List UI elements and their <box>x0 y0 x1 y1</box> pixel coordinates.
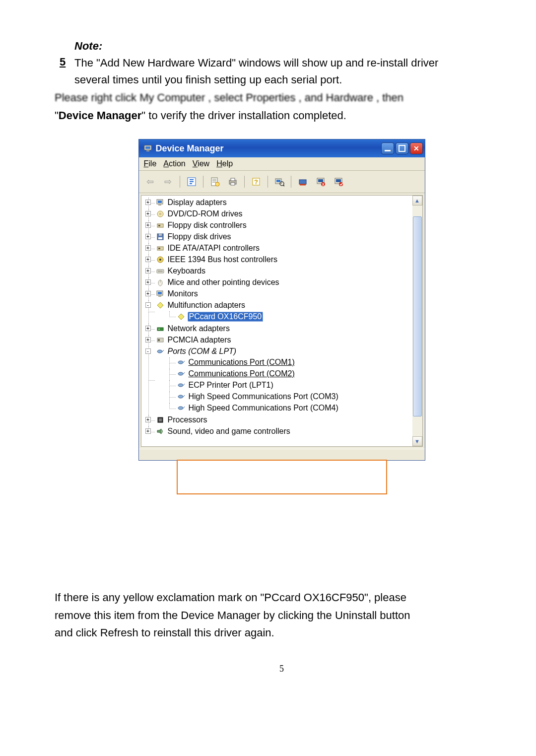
display-icon <box>156 199 165 207</box>
toolbar-extra-3[interactable] <box>331 174 346 189</box>
svg-point-53 <box>178 395 183 398</box>
tree-item-multifunction[interactable]: - Multifunction adapters PCcard OX16CF95… <box>146 300 412 324</box>
tree-item-keyboards[interactable]: + Keyboards <box>146 266 412 277</box>
svg-rect-12 <box>276 180 280 182</box>
tree-item-pcmcia[interactable]: + PCMCIA adapters <box>146 335 412 346</box>
menu-action[interactable]: Action <box>163 159 185 168</box>
expand-toggle[interactable]: - <box>145 302 151 308</box>
vertical-scrollbar[interactable]: ▲ ▼ <box>412 196 422 446</box>
menu-help[interactable]: Help <box>216 159 233 168</box>
scroll-thumb[interactable] <box>413 216 422 416</box>
tree-item-com3[interactable]: High Speed Communications Port (COM3) <box>167 392 412 403</box>
tree-label: Mice and other pointing devices <box>167 278 280 287</box>
expand-toggle[interactable]: + <box>145 222 151 228</box>
port-icon <box>177 393 186 401</box>
tree-item-com4[interactable]: High Speed Communications Port (COM4) <box>167 403 412 414</box>
tree-item-mice[interactable]: + Mice and other pointing devices <box>146 277 412 289</box>
svg-line-14 <box>283 185 284 186</box>
ieee1394-icon <box>156 256 165 264</box>
tree-label: Display adapters <box>167 198 228 207</box>
expand-toggle[interactable]: + <box>145 211 151 216</box>
svg-rect-41 <box>158 292 162 294</box>
scan-button[interactable] <box>272 174 287 189</box>
svg-point-52 <box>178 384 183 387</box>
tree-root: + Display adapters + DVD/CD-ROM drives +… <box>141 198 412 438</box>
scroll-up-button[interactable]: ▲ <box>412 196 422 206</box>
close-button[interactable]: ✕ <box>410 142 423 154</box>
tree-item-ports[interactable]: - Ports (COM & LPT) Communications Port … <box>146 346 412 415</box>
tree-item-floppy-ctrl[interactable]: + Floppy disk controllers <box>146 220 412 232</box>
tree-item-com1[interactable]: Communications Port (COM1) <box>167 357 412 369</box>
tree-label: Ports (COM & LPT) <box>167 347 238 356</box>
device-manager-wrap: Device Manager ✕ File Action View Help ⇦… <box>55 139 509 461</box>
note-body-line-2: several times until you finish setting u… <box>74 71 499 88</box>
arrow-left-icon: ⇦ <box>146 176 154 187</box>
port-icon <box>177 381 186 390</box>
blurred-instruction-line: Please right click My Computer , select … <box>55 89 509 106</box>
port-icon <box>177 370 186 378</box>
tree-item-display-adapters[interactable]: + Display adapters <box>146 198 412 209</box>
ide-icon <box>156 244 165 253</box>
scroll-track[interactable] <box>413 206 422 436</box>
tree-item-ieee1394[interactable]: + IEEE 1394 Bus host controllers <box>146 255 412 266</box>
tree-label: High Speed Communications Port (COM3) <box>188 392 339 401</box>
menu-file[interactable]: File <box>144 159 157 168</box>
expand-toggle[interactable]: + <box>145 200 151 205</box>
titlebar[interactable]: Device Manager ✕ <box>139 139 425 157</box>
print-button[interactable] <box>225 174 240 189</box>
toolbar-extra-2[interactable]: X <box>313 174 328 189</box>
expand-toggle[interactable]: + <box>145 291 151 296</box>
page: Note: 5 The "Add New Hardware Wizard" wi… <box>0 0 536 756</box>
expand-toggle[interactable]: + <box>145 245 151 251</box>
expand-toggle[interactable]: + <box>145 268 151 274</box>
tree-item-floppy-drives[interactable]: + Floppy disk drives <box>146 232 412 243</box>
after-paragraph: If there is any yellow exclamation mark … <box>55 589 509 641</box>
minimize-button[interactable] <box>381 142 394 154</box>
printer-icon <box>228 177 238 187</box>
tree-item-ide[interactable]: + IDE ATA/ATAPI controllers <box>146 243 412 255</box>
tree-label: DVD/CD-ROM drives <box>167 209 244 218</box>
expand-toggle[interactable]: + <box>145 326 151 331</box>
svg-rect-25 <box>158 205 161 206</box>
verify-bold: Device Manager <box>59 109 142 122</box>
expand-toggle[interactable]: - <box>145 348 151 354</box>
tree-item-sound[interactable]: + Sound, video and game controllers <box>146 426 412 438</box>
tree-item-network[interactable]: + Network adapters <box>146 324 412 335</box>
expand-toggle[interactable]: + <box>145 257 151 262</box>
disc-icon <box>156 210 165 218</box>
tree-item-lpt1[interactable]: ECP Printer Port (LPT1) <box>167 380 412 392</box>
maximize-button[interactable] <box>396 142 408 154</box>
back-button[interactable]: ⇦ <box>143 174 158 189</box>
menu-view[interactable]: View <box>193 159 209 168</box>
tree-item-monitors[interactable]: + Monitors <box>146 289 412 300</box>
tree-label: PCMCIA adapters <box>167 336 232 344</box>
expand-toggle[interactable]: + <box>145 279 151 285</box>
floppy-ctrl-icon <box>156 221 165 230</box>
up-button[interactable] <box>184 174 199 189</box>
sound-icon <box>156 427 165 436</box>
device-tree[interactable]: + Display adapters + DVD/CD-ROM drives +… <box>141 196 412 446</box>
scroll-down-button[interactable]: ▼ <box>412 436 422 446</box>
expand-toggle[interactable]: + <box>145 234 151 239</box>
svg-point-49 <box>157 350 162 353</box>
svg-rect-24 <box>158 201 162 203</box>
expand-toggle[interactable]: + <box>145 428 151 434</box>
expand-toggle[interactable]: + <box>145 337 151 343</box>
toolbar-extra-1[interactable] <box>295 174 310 189</box>
port-icon <box>177 404 186 412</box>
tree-item-processors[interactable]: + Processors <box>146 415 412 426</box>
properties-button[interactable] <box>207 174 222 189</box>
arrow-right-icon: ⇨ <box>164 176 172 187</box>
tree-item-com2[interactable]: Communications Port (COM2) <box>167 369 412 380</box>
svg-text:X: X <box>322 183 324 186</box>
expand-toggle[interactable]: + <box>145 417 151 422</box>
svg-point-27 <box>160 213 161 215</box>
tree-item-pccard[interactable]: PCcard OX16CF950 <box>167 311 412 323</box>
port-icon <box>177 358 186 367</box>
forward-button[interactable]: ⇨ <box>161 174 176 189</box>
tree-label: Monitors <box>167 289 199 298</box>
tree-item-dvd[interactable]: + DVD/CD-ROM drives <box>146 209 412 220</box>
help-button[interactable]: ? <box>249 174 264 189</box>
cpu-icon <box>156 416 165 424</box>
svg-text:?: ? <box>254 178 258 186</box>
